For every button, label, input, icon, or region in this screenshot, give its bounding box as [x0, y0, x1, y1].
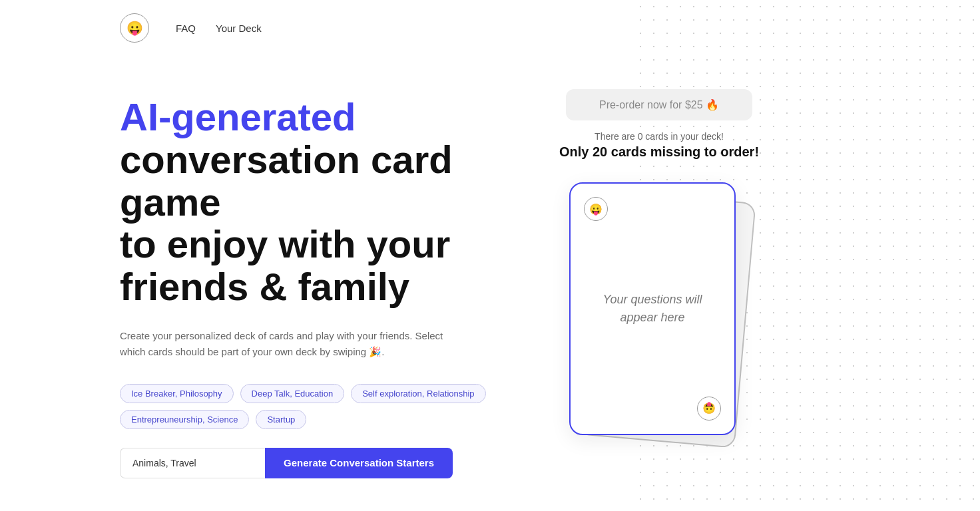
input-row: Generate Conversation Starters — [120, 448, 453, 478]
your-deck-link[interactable]: Your Deck — [216, 23, 262, 34]
tag[interactable]: Entrepreuneurship, Science — [120, 410, 249, 429]
left-column: AI-generated conversation card gameto en… — [120, 83, 493, 478]
card-main: 😛 Your questions will appear here 😛 — [569, 182, 736, 435]
hero-subtitle: Create your personalized deck of cards a… — [120, 328, 453, 360]
main-container: AI-generated conversation card gameto en… — [0, 56, 980, 511]
card-wrapper: 😛 Your questions will appear here 😛 — [566, 176, 752, 442]
navigation: 😛 FAQ Your Deck — [0, 0, 980, 56]
preorder-button[interactable]: Pre-order now for $25 🔥 — [566, 89, 752, 120]
card-logo-bottom: 😛 — [697, 397, 721, 421]
hero-title: AI-generated conversation card gameto en… — [120, 96, 493, 308]
hero-title-rest: conversation card gameto enjoy with your… — [120, 138, 453, 308]
nav-links: FAQ Your Deck — [176, 23, 262, 34]
deck-count-text: There are 0 cards in your deck! — [559, 131, 759, 142]
tags-container: Ice Breaker, PhilosophyDeep Talk, Educat… — [120, 384, 493, 429]
tag[interactable]: Startup — [256, 410, 306, 429]
tag[interactable]: Ice Breaker, Philosophy — [120, 384, 234, 403]
faq-link[interactable]: FAQ — [176, 23, 196, 34]
card-question-text: Your questions will appear here — [571, 291, 734, 327]
topic-input[interactable] — [120, 448, 265, 478]
card-logo-top-icon: 😛 — [589, 203, 603, 216]
card-logo-top: 😛 — [584, 197, 608, 221]
logo-icon: 😛 — [126, 20, 143, 36]
generate-button[interactable]: Generate Conversation Starters — [265, 448, 453, 478]
tag[interactable]: Self exploration, Relationship — [351, 384, 485, 403]
card-logo-bottom-icon: 😛 — [702, 403, 716, 415]
hero-title-highlight: AI-generated — [120, 95, 356, 138]
tag[interactable]: Deep Talk, Education — [240, 384, 345, 403]
deck-info: There are 0 cards in your deck! Only 20 … — [559, 131, 759, 160]
deck-missing-text: Only 20 cards missing to order! — [559, 144, 759, 160]
logo[interactable]: 😛 — [120, 13, 149, 43]
hero-subtitle-text: Create your personalized deck of cards a… — [120, 330, 443, 357]
right-column: Pre-order now for $25 🔥 There are 0 card… — [533, 83, 786, 442]
